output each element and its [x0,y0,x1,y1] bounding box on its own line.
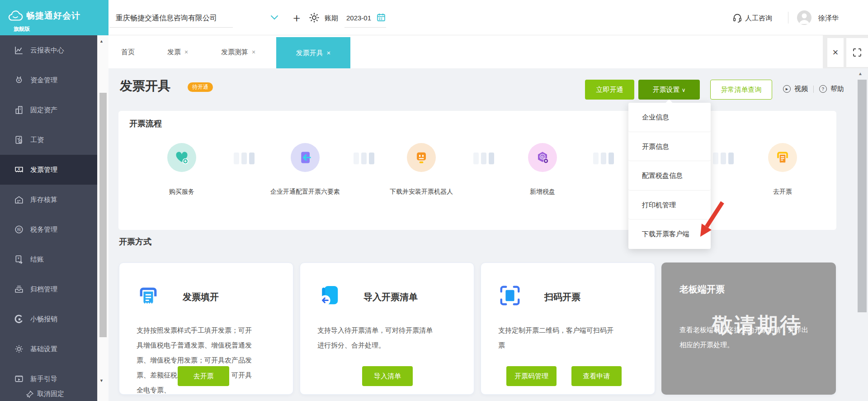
add-tax-disk-icon: 税 [528,143,557,172]
close-icon[interactable]: × [327,49,331,57]
cloud-logo-icon [6,8,24,26]
period-label: 账期 [325,14,338,23]
sidebar-item-xiaochang-expense[interactable]: 小畅报销 [0,304,97,334]
scrollbar-thumb[interactable] [858,80,867,312]
scrollbar-thumb[interactable] [99,93,107,337]
scroll-up-icon[interactable]: ▲ [858,71,863,76]
sidebar-item-label: 新手引导 [30,375,57,383]
company-selector[interactable]: 重庆畅捷交通信息咨询有限公司 [116,14,217,23]
sidebar-scrollbar[interactable]: ▲ ▼ [97,35,108,401]
abnormal-list-query-button[interactable]: 异常清单查询 [710,80,772,100]
video-guide-icon [14,374,24,383]
invoice-code-manage-button[interactable]: 开票码管理 [506,366,557,386]
invoice-settings-dropdown-button[interactable]: 开票设置 ∨ [638,80,700,100]
svg-text:¥: ¥ [18,167,20,171]
menu-item-download-client[interactable]: 下载开票客户端 [628,220,711,249]
unpin-sidebar-button[interactable]: 取消固定 [26,390,64,398]
card-title: 扫码开票 [544,291,580,303]
invoice-settings-menu: 企业信息 开票信息 配置税盘信息 打印机管理 下载开票客户端 [628,103,711,249]
menu-item-enterprise-info[interactable]: 企业信息 [628,103,711,132]
go-invoice-button[interactable]: 去开票 [178,366,229,386]
money-bag-icon: ¥ [14,76,24,85]
svg-text:¥: ¥ [18,78,20,82]
card-description: 支持定制开票二维码，客户端可扫码开票 [498,323,618,353]
chevron-down-icon[interactable] [270,15,278,20]
menu-item-printer-manage[interactable]: 打印机管理 [628,191,711,220]
close-icon: × [833,47,839,58]
divider [109,27,233,28]
close-all-tabs-button[interactable]: × [827,38,844,67]
play-icon: ▶ [783,85,791,93]
card-scan-invoice: 扫码开票 支持定制开票二维码，客户端可扫码开票 开票码管理 查看申请 [481,263,655,395]
gear-icon[interactable] [309,12,320,23]
status-badge: 待开通 [188,82,213,92]
sidebar-item-label: 固定资产 [30,106,57,115]
flow-arrow-icon [234,153,255,164]
tab-label: 发票开具 [296,49,323,57]
sidebar-item-fixed-assets[interactable]: 固定资产 [0,95,97,125]
close-icon[interactable]: × [184,48,188,56]
video-link[interactable]: 视频 [794,85,808,93]
sidebar-item-label: 小畅报销 [30,315,57,324]
sidebar-item-label: 资金管理 [30,76,57,85]
app-edition: 旗舰版 [14,25,30,33]
svg-text:税: 税 [541,155,544,159]
svg-text:¥: ¥ [18,257,19,260]
sidebar-item-invoice-management[interactable]: ¥ 发票管理 [0,155,97,185]
scroll-down-icon[interactable]: ▼ [99,378,104,383]
add-account-button[interactable]: ＋ [291,10,302,26]
sidebar-nav: 云报表中心 ¥ 资金管理 固定资产 ¥ 工资 ¥ 发票管理 库存核算 税 税务管… [0,35,97,401]
username[interactable]: 徐泽华 [818,14,839,23]
sidebar-item-cloud-reports[interactable]: 云报表中心 [0,35,97,65]
divider [813,86,814,93]
enterprise-config-icon [291,143,320,172]
menu-item-invoice-info[interactable]: 开票信息 [628,132,711,162]
tab-bar: 首页 发票× 发票测算× 发票开具× × [108,35,868,68]
main-content: 发票开具 待开通 立即开通 开票设置 ∨ 异常清单查询 ▶ 视频 ？ 帮助 开票… [108,68,868,401]
fullscreen-button[interactable] [846,38,868,67]
support-link[interactable]: 人工咨询 [745,14,772,23]
close-icon[interactable]: × [252,48,255,56]
go-invoice-icon [768,143,797,172]
sidebar-item-basic-settings[interactable]: 基础设置 [0,334,97,364]
menu-item-tax-disk-config[interactable]: 配置税盘信息 [628,161,711,191]
sidebar-item-inventory[interactable]: 库存核算 [0,185,97,215]
scroll-up-icon[interactable]: ▲ [99,39,104,43]
invoice-flow-panel: 开票流程 购买服务 企业开通配置开票六要素 下载并安装开票机器人 税 新增税盘 [118,111,836,230]
tab-home[interactable]: 首页 [121,35,135,68]
sidebar-item-label: 发票管理 [30,166,57,174]
flow-arrow-icon [354,153,374,164]
sidebar-item-archive[interactable]: 归档管理 [0,274,97,304]
card-title: 导入开票清单 [363,291,418,303]
calendar-icon[interactable] [377,13,386,22]
avatar[interactable] [797,10,811,25]
sidebar-item-tax[interactable]: 税 税务管理 [0,215,97,244]
svg-text:税: 税 [17,227,21,232]
building-icon [14,105,24,115]
app-title: 畅捷通好会计 [26,10,80,22]
install-robot-icon [407,143,436,172]
sidebar-item-funds[interactable]: ¥ 资金管理 [0,65,97,95]
sidebar-item-salary[interactable]: ¥ 工资 [0,125,97,155]
activate-now-button[interactable]: 立即开通 [585,80,634,100]
tab-invoice-calc[interactable]: 发票测算× [221,35,255,68]
import-list-button[interactable]: 导入清单 [362,366,413,386]
help-link[interactable]: 帮助 [830,85,844,93]
view-application-button[interactable]: 查看申请 [571,366,622,386]
archive-box-icon [14,285,24,294]
period-value[interactable]: 2023-01 [346,14,371,22]
tab-invoice[interactable]: 发票× [167,35,188,68]
card-invoice-fill: 发票填开 支持按照发票样式手工填开发票；可开具增值税电子普通发票、增值税普通发票… [119,263,293,395]
coming-soon-watermark: 敬请期待 [712,311,802,339]
warehouse-icon [14,195,24,204]
flow-section-heading: 开票流程 [129,118,162,129]
app-logo: 畅捷通好会计 旗舰版 [0,0,108,35]
chart-icon [14,46,24,55]
card-import-list: 导入开票清单 支持导入待开票清单，可对待开票清单进行拆分、合并处理。 导入清单 [300,263,474,395]
tab-invoice-issue-active[interactable]: 发票开具× [276,37,350,68]
sidebar-item-label: 税务管理 [30,225,57,234]
sidebar-item-label: 库存核算 [30,196,57,204]
card-boss-invoice: 老板端开票 查看老板端小程序提交的开票申请，并作出相应的开票处理。 敬请期待 [661,263,836,395]
sidebar-item-closing[interactable]: ¥ 结账 [0,244,97,274]
scan-code-icon [497,283,523,308]
